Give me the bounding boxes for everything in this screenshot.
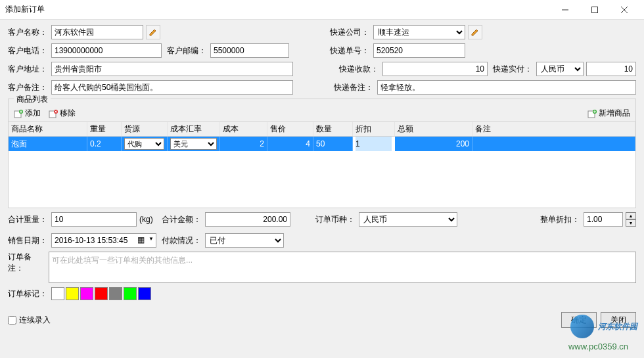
courier-paid-input[interactable] [586,62,636,76]
courier-paid-label: 快递实付： [490,64,534,75]
courier-note-input[interactable] [377,80,636,95]
minimize-button[interactable] [550,0,580,19]
courier-company-label: 快递公司： [330,27,371,38]
continuous-entry-checkbox[interactable]: 连续录入 [8,315,51,326]
order-currency-label: 订单币种： [315,214,356,225]
th-qty[interactable]: 数量 [313,122,353,136]
cell-discount[interactable] [353,137,395,151]
courier-note-label: 快递备注： [334,82,375,93]
th-source[interactable]: 货源 [122,122,168,136]
remove-icon [49,109,58,118]
remove-product-button[interactable]: 移除 [46,106,78,120]
customer-name-input[interactable] [51,25,143,39]
cell-cost[interactable]: 2 [220,137,267,151]
cell-note[interactable] [472,137,635,151]
product-table: 商品名称 重量 货源 成本汇率 成本 售价 数量 折扣 总额 备注 泡面 0.2… [9,122,635,208]
courier-company-select[interactable]: 顺丰速运 [373,25,465,39]
th-discount[interactable]: 折扣 [353,122,395,136]
customer-zip-input[interactable] [210,43,289,58]
courier-trackno-label: 快递单号： [330,45,371,56]
new-product-button[interactable]: 新增商品 [585,106,633,120]
svg-rect-1 [591,7,597,12]
total-weight-input[interactable] [51,212,137,227]
color-swatch[interactable] [66,287,79,300]
order-discount-label: 整单折扣： [540,214,581,225]
cell-cost-rate[interactable]: 美元 [168,137,220,151]
customer-note-input[interactable] [51,80,293,95]
th-cost-rate[interactable]: 成本汇率 [168,122,220,136]
discount-down-button[interactable]: ▼ [626,219,636,227]
chevron-down-icon[interactable]: ▼ [149,236,154,242]
courier-collect-label: 快递收款： [339,64,380,75]
cell-qty[interactable]: 50 [313,137,353,151]
add-product-button[interactable]: 添加 [11,106,43,120]
th-price[interactable]: 售价 [267,122,313,136]
add-icon [14,109,23,118]
th-weight[interactable]: 重量 [87,122,122,136]
order-tag-label: 订单标记： [8,288,49,300]
customer-phone-input[interactable] [51,43,162,58]
maximize-button[interactable] [580,0,609,19]
order-currency-select[interactable]: 人民币 [359,212,457,227]
total-amount-input [205,212,290,227]
product-group-label: 商品列表 [14,94,51,105]
cell-source[interactable]: 代购 [122,137,168,151]
th-total[interactable]: 总额 [395,122,472,136]
continuous-checkbox-input[interactable] [8,316,16,324]
pay-status-label: 付款情况： [159,235,202,246]
courier-trackno-input[interactable] [373,43,465,58]
pay-status-select[interactable]: 已付 [205,233,284,248]
order-discount-input[interactable] [584,212,623,227]
window-title: 添加新订单 [5,4,550,15]
color-swatch[interactable] [80,287,93,300]
total-amount-label: 合计金额： [162,214,202,225]
close-button[interactable] [609,0,639,19]
watermark-logo-icon [570,315,594,338]
calendar-icon: ▦ [137,235,145,244]
cell-name[interactable]: 泡面 [9,137,87,151]
th-name[interactable]: 商品名称 [9,122,87,136]
titlebar: 添加新订单 [0,0,644,20]
color-swatch[interactable] [95,287,108,300]
customer-addr-label: 客户地址： [8,64,49,75]
order-note-label: 订单备注： [8,252,46,274]
table-header: 商品名称 重量 货源 成本汇率 成本 售价 数量 折扣 总额 备注 [9,122,635,137]
total-weight-label: 合计重量： [8,214,49,225]
color-picker [51,287,151,300]
courier-currency-select[interactable]: 人民币 [536,62,584,76]
th-note[interactable]: 备注 [472,122,635,136]
order-note-textarea[interactable] [49,252,636,283]
customer-name-label: 客户名称： [8,27,49,38]
edit-courier-button[interactable] [468,25,482,39]
cell-total[interactable]: 200 [395,137,472,151]
watermark-url: www.pc0359.cn [568,342,628,351]
customer-zip-label: 客户邮编： [164,45,208,56]
new-icon [587,109,597,118]
discount-up-button[interactable]: ▲ [626,212,636,219]
product-groupbox: 商品列表 添加 移除 新增商品 商品名称 重量 货源 成本汇率 成本 [8,99,636,208]
cell-price[interactable]: 4 [267,137,313,151]
color-swatch[interactable] [138,287,151,300]
table-row[interactable]: 泡面 0.2 代购 美元 2 4 50 200 [9,137,635,151]
weight-unit: (kg) [139,215,159,224]
th-cost[interactable]: 成本 [220,122,267,136]
color-swatch[interactable] [51,287,64,300]
color-swatch[interactable] [109,287,122,300]
customer-phone-label: 客户电话： [8,45,49,56]
customer-addr-input[interactable] [51,62,293,76]
courier-collect-input[interactable] [382,62,488,76]
edit-customer-button[interactable] [146,25,160,39]
cell-weight[interactable]: 0.2 [87,137,122,151]
sale-date-label: 销售日期： [8,235,49,246]
color-swatch[interactable] [124,287,137,300]
watermark: 河东软件园 [570,315,637,338]
customer-note-label: 客户备注： [8,82,49,93]
